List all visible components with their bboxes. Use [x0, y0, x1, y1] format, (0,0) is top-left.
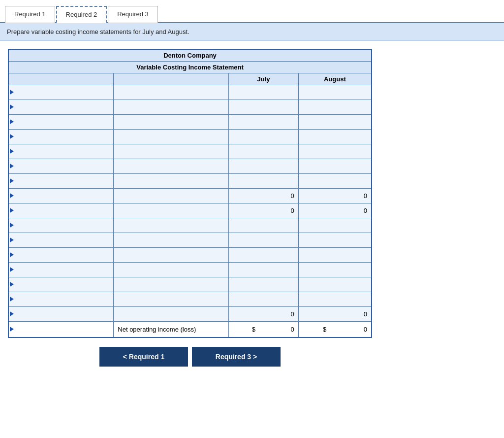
row-label-input[interactable]	[118, 296, 224, 303]
row-july-input[interactable]	[233, 251, 294, 259]
tab-required1[interactable]: Required 1	[5, 6, 55, 23]
row-label-input[interactable]	[118, 207, 224, 214]
row-july-input[interactable]	[233, 148, 294, 155]
row-july-input[interactable]	[233, 177, 294, 185]
row-label-cell[interactable]	[114, 218, 229, 233]
row-july-cell[interactable]: 0	[229, 307, 299, 322]
row-july-cell[interactable]	[229, 85, 299, 100]
row-july-cell[interactable]	[229, 100, 299, 115]
net-aug-input[interactable]	[328, 326, 367, 333]
row-label-input[interactable]	[118, 103, 224, 111]
row-july-input[interactable]	[233, 222, 294, 229]
row-aug-cell[interactable]	[298, 218, 372, 233]
row-july-input[interactable]	[233, 103, 294, 111]
row-july-cell[interactable]	[229, 277, 299, 292]
net-aug-cell[interactable]: $	[298, 322, 372, 337]
row-aug-input[interactable]	[303, 296, 367, 303]
tab-required3[interactable]: Required 3	[108, 6, 158, 23]
row-july-cell[interactable]	[229, 233, 299, 248]
row-label-cell[interactable]	[114, 159, 229, 174]
row-aug-cell[interactable]	[298, 277, 372, 292]
row-aug-input[interactable]	[303, 177, 367, 185]
row-aug-cell[interactable]	[298, 233, 372, 248]
row-label-cell[interactable]	[114, 263, 229, 277]
row-label-cell[interactable]	[114, 115, 229, 130]
row-label-input[interactable]	[118, 192, 224, 200]
row-label-input[interactable]	[118, 266, 224, 273]
row-aug-cell[interactable]	[298, 159, 372, 174]
row-aug-cell[interactable]	[298, 130, 372, 144]
row-label-cell[interactable]	[114, 144, 229, 159]
row-label-cell[interactable]	[114, 189, 229, 203]
row-july-cell[interactable]	[229, 218, 299, 233]
row-aug-cell[interactable]	[298, 292, 372, 307]
row-label-cell[interactable]	[114, 203, 229, 218]
row-label-cell[interactable]	[114, 248, 229, 263]
row-label-input[interactable]	[118, 177, 224, 185]
row-label-input[interactable]	[118, 236, 224, 244]
row-july-input[interactable]	[233, 281, 294, 288]
row-aug-cell[interactable]	[298, 174, 372, 189]
row-label-cell[interactable]	[114, 292, 229, 307]
row-aug-cell[interactable]: 0	[298, 307, 372, 322]
row-aug-cell[interactable]	[298, 115, 372, 130]
row-aug-cell[interactable]	[298, 263, 372, 277]
row-july-input[interactable]	[233, 163, 294, 170]
row-label-input[interactable]	[118, 148, 224, 155]
row-july-cell[interactable]	[229, 248, 299, 263]
row-july-cell[interactable]	[229, 115, 299, 130]
row-july-input[interactable]	[233, 266, 294, 273]
row-july-input[interactable]	[233, 133, 294, 140]
row-aug-input[interactable]	[303, 251, 367, 259]
net-july-cell[interactable]: $	[229, 322, 299, 337]
row-aug-input[interactable]	[303, 103, 367, 111]
row-july-cell[interactable]	[229, 292, 299, 307]
net-july-input[interactable]	[257, 326, 294, 333]
row-aug-cell[interactable]	[298, 144, 372, 159]
row-label-cell[interactable]	[114, 233, 229, 248]
row-aug-input[interactable]	[303, 89, 367, 96]
row-label-input[interactable]	[118, 251, 224, 259]
row-july-input[interactable]	[233, 296, 294, 303]
row-aug-cell[interactable]: 0	[298, 203, 372, 218]
row-aug-input[interactable]	[303, 118, 367, 126]
row-arrow-icon	[10, 178, 14, 183]
row-july-input[interactable]	[233, 89, 294, 96]
row-aug-input[interactable]	[303, 163, 367, 170]
row-label-input[interactable]	[118, 133, 224, 140]
row-label-input[interactable]	[118, 118, 224, 126]
row-aug-input[interactable]	[303, 281, 367, 288]
row-label-cell[interactable]	[114, 307, 229, 322]
row-july-cell[interactable]	[229, 130, 299, 144]
row-aug-cell[interactable]	[298, 248, 372, 263]
row-label-input[interactable]	[118, 222, 224, 229]
row-july-cell[interactable]	[229, 144, 299, 159]
row-label-input[interactable]	[118, 163, 224, 170]
row-label-input[interactable]	[118, 310, 224, 318]
row-july-cell[interactable]	[229, 159, 299, 174]
row-label-input[interactable]	[118, 281, 224, 288]
row-label-cell[interactable]	[114, 100, 229, 115]
row-july-cell[interactable]	[229, 174, 299, 189]
row-aug-cell[interactable]	[298, 100, 372, 115]
row-label-input[interactable]	[118, 89, 224, 96]
tab-required2[interactable]: Required 2	[56, 6, 107, 23]
row-july-cell[interactable]: 0	[229, 189, 299, 203]
row-label-cell[interactable]	[114, 277, 229, 292]
row-july-cell[interactable]	[229, 263, 299, 277]
row-aug-input[interactable]	[303, 236, 367, 244]
row-aug-cell[interactable]: 0	[298, 189, 372, 203]
next-button[interactable]: Required 3 >	[192, 347, 281, 367]
row-aug-cell[interactable]	[298, 85, 372, 100]
prev-button[interactable]: < Required 1	[99, 347, 188, 367]
row-july-input[interactable]	[233, 236, 294, 244]
row-july-cell[interactable]: 0	[229, 203, 299, 218]
row-aug-input[interactable]	[303, 133, 367, 140]
row-label-cell[interactable]	[114, 174, 229, 189]
row-aug-input[interactable]	[303, 266, 367, 273]
row-label-cell[interactable]	[114, 85, 229, 100]
row-aug-input[interactable]	[303, 148, 367, 155]
row-aug-input[interactable]	[303, 222, 367, 229]
row-july-input[interactable]	[233, 118, 294, 126]
row-label-cell[interactable]	[114, 130, 229, 144]
